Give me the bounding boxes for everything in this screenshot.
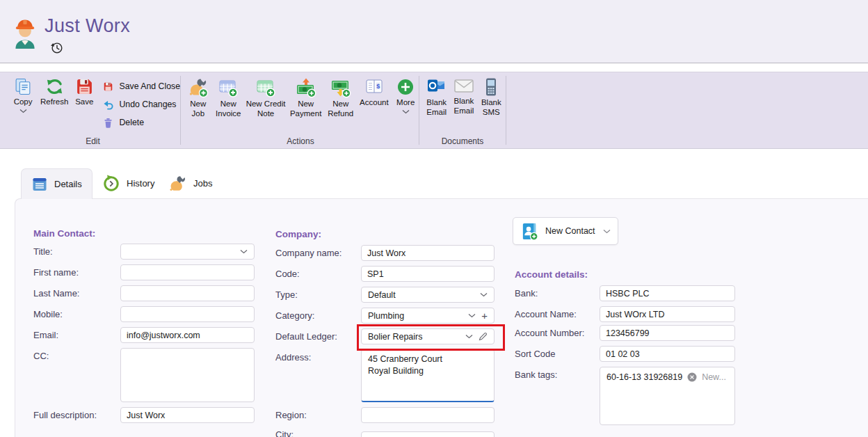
undo-changes-button[interactable]: Undo Changes bbox=[103, 98, 180, 111]
blank-email-outlook-label: Blank Email bbox=[424, 98, 449, 117]
code-field[interactable] bbox=[361, 266, 495, 282]
worker-avatar-icon bbox=[12, 18, 38, 49]
blank-email-outlook-button[interactable]: Blank Email bbox=[424, 72, 449, 117]
new-invoice-icon bbox=[218, 77, 239, 98]
company-name-field[interactable] bbox=[361, 245, 495, 261]
history-icon[interactable] bbox=[50, 41, 63, 54]
jobs-tab-icon bbox=[168, 174, 187, 193]
ribbon-divider bbox=[180, 76, 181, 145]
new-invoice-label: New Invoice bbox=[214, 100, 243, 118]
blank-email-button[interactable]: Blank Email bbox=[451, 72, 476, 116]
category-select[interactable]: Plumbing + bbox=[361, 308, 495, 324]
tab-details-label: Details bbox=[54, 179, 82, 189]
region-field[interactable] bbox=[361, 407, 495, 423]
more-icon bbox=[396, 77, 415, 97]
titlebar: Just Worx bbox=[0, 0, 868, 63]
title-select[interactable] bbox=[120, 244, 255, 260]
chevron-down-icon bbox=[19, 109, 27, 113]
account-number-field[interactable] bbox=[600, 325, 735, 341]
city-field[interactable] bbox=[361, 431, 495, 437]
cc-field[interactable] bbox=[120, 348, 255, 402]
ribbon-group-label-actions: Actions bbox=[182, 136, 419, 146]
account-details-header: Account details: bbox=[515, 269, 588, 280]
add-category-button[interactable]: + bbox=[481, 310, 488, 321]
address-label: Address: bbox=[275, 352, 311, 363]
new-invoice-button[interactable]: New Invoice bbox=[214, 72, 243, 118]
default-ledger-select-value: Bolier Repairs bbox=[368, 332, 460, 342]
bank-tags-label: Bank tags: bbox=[515, 370, 557, 380]
account-number-label: Account Number: bbox=[515, 328, 584, 338]
new-credit-note-icon bbox=[255, 77, 276, 98]
delete-button[interactable]: Delete bbox=[103, 116, 180, 129]
delete-label: Delete bbox=[119, 118, 144, 127]
account-button[interactable]: $ Account bbox=[357, 72, 390, 108]
svg-text:$: $ bbox=[376, 83, 380, 90]
delete-icon bbox=[103, 118, 113, 128]
new-payment-label: New Payment bbox=[288, 100, 323, 118]
new-contact-icon bbox=[520, 222, 539, 241]
blank-sms-button[interactable]: Blank SMS bbox=[479, 72, 504, 117]
tab-details[interactable]: Details bbox=[21, 168, 93, 199]
save-and-close-button[interactable]: Save And Close bbox=[103, 80, 180, 93]
chevron-down-icon bbox=[468, 313, 476, 318]
refresh-button[interactable]: Refresh bbox=[38, 72, 71, 107]
bank-tags-field[interactable]: 60-16-13 31926819 New... bbox=[600, 367, 735, 425]
new-job-button[interactable]: New Job bbox=[185, 72, 211, 118]
new-contact-label: New Contact bbox=[545, 226, 597, 236]
blank-email-label: Blank Email bbox=[451, 97, 476, 116]
email-field[interactable] bbox=[120, 327, 255, 343]
pencil-icon[interactable] bbox=[479, 332, 488, 341]
new-payment-button[interactable]: New Payment bbox=[288, 72, 323, 118]
new-refund-label: New Refund bbox=[326, 100, 355, 118]
new-job-icon bbox=[188, 77, 209, 98]
chevron-down-icon bbox=[240, 249, 248, 254]
chevron-down-icon bbox=[402, 109, 410, 114]
new-contact-button[interactable]: New Contact bbox=[513, 217, 618, 245]
mobile-label: Mobile: bbox=[33, 309, 63, 319]
default-ledger-select[interactable]: Bolier Repairs bbox=[361, 328, 495, 344]
first-name-field[interactable] bbox=[120, 264, 255, 280]
account-name-field[interactable] bbox=[600, 306, 735, 322]
ribbon-group-label-edit: Edit bbox=[6, 136, 180, 146]
remove-tag-icon[interactable] bbox=[687, 372, 697, 382]
more-button[interactable]: More bbox=[392, 72, 419, 114]
save-and-close-label: Save And Close bbox=[119, 81, 180, 91]
ribbon-divider bbox=[419, 76, 419, 145]
category-label: Category: bbox=[275, 310, 314, 321]
type-select[interactable]: Default bbox=[361, 287, 495, 303]
app-window: Just Worx Copy bbox=[0, 0, 868, 437]
copy-label: Copy bbox=[14, 97, 33, 107]
copy-button[interactable]: Copy bbox=[8, 72, 38, 113]
ribbon-group-documents: Blank Email Blank Email Blank SMS bbox=[421, 72, 504, 148]
category-select-value: Plumbing bbox=[368, 311, 463, 321]
new-refund-button[interactable]: New Refund bbox=[326, 72, 355, 118]
bank-tag-value: 60-16-13 31926819 bbox=[606, 372, 682, 382]
new-credit-note-label: New Credit Note bbox=[246, 100, 286, 118]
city-label: City: bbox=[275, 429, 294, 437]
add-tag-placeholder[interactable]: New... bbox=[702, 372, 726, 382]
chevron-down-icon bbox=[465, 334, 473, 339]
mobile-field[interactable] bbox=[120, 306, 255, 322]
new-credit-note-button[interactable]: New Credit Note bbox=[246, 72, 286, 118]
type-label: Type: bbox=[275, 289, 298, 300]
chevron-down-icon bbox=[603, 229, 611, 234]
copy-icon bbox=[14, 77, 33, 96]
bank-field[interactable] bbox=[600, 285, 735, 301]
bank-label: Bank: bbox=[515, 288, 538, 299]
last-name-field[interactable] bbox=[120, 285, 255, 301]
sort-code-label: Sort Code bbox=[515, 349, 556, 359]
history-tab-icon bbox=[102, 175, 120, 193]
title-label: Title: bbox=[33, 246, 53, 257]
full-description-field[interactable] bbox=[120, 407, 255, 423]
undo-changes-label: Undo Changes bbox=[119, 100, 176, 109]
code-label: Code: bbox=[275, 269, 300, 279]
refresh-label: Refresh bbox=[40, 97, 68, 107]
tab-history[interactable]: History bbox=[93, 168, 164, 198]
refresh-icon bbox=[45, 77, 64, 96]
save-icon bbox=[75, 77, 94, 96]
address-field[interactable]: 45 Cranberry Court Royal Building bbox=[361, 349, 495, 402]
tab-jobs[interactable]: Jobs bbox=[159, 168, 222, 198]
email-label: Email: bbox=[33, 330, 58, 340]
save-button[interactable]: Save bbox=[71, 72, 97, 107]
sort-code-field[interactable] bbox=[600, 346, 735, 362]
